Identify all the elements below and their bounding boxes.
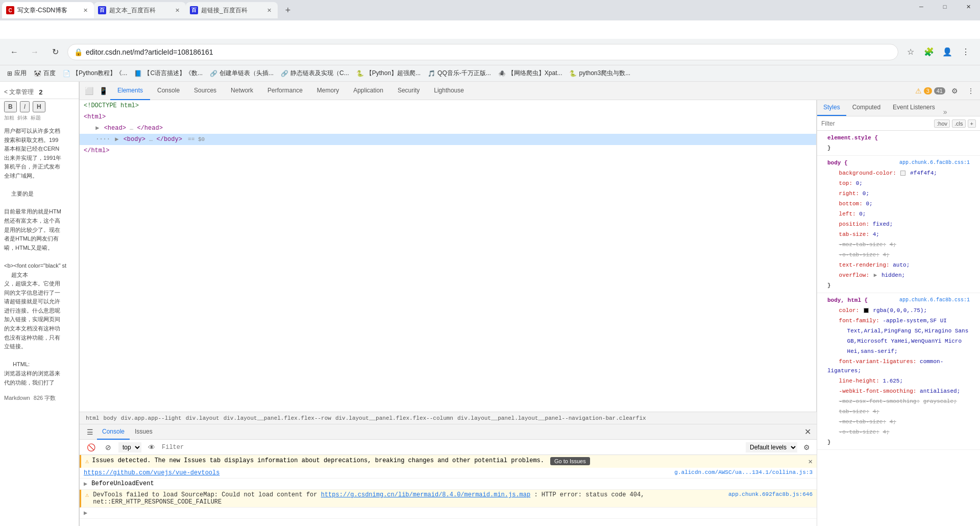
tab-1[interactable]: C 写文章-CSDN博客 ✕ — [2, 2, 94, 18]
breadcrumb-html[interactable]: html — [84, 415, 101, 421]
styles-tab-event-listeners[interactable]: Event Listeners — [887, 100, 941, 116]
breadcrumb-div4[interactable]: div.layout__panel.flex.flex--column — [333, 415, 455, 421]
expand-arrow-btn[interactable]: ▶ — [84, 509, 87, 517]
forward-button[interactable]: → — [27, 44, 43, 60]
devtools-device-button[interactable]: 📱 — [96, 84, 110, 98]
new-tab-button[interactable]: + — [280, 2, 296, 18]
breadcrumb-div1[interactable]: div.app.app--light — [119, 415, 184, 421]
bookmark-spider[interactable]: 🕷️ 【网络爬虫】Xpat... — [495, 68, 566, 79]
devtools-settings-btn[interactable]: ⚙ — [947, 84, 962, 98]
tab-lighthouse[interactable]: Lighthouse — [427, 82, 471, 100]
styles-filter-input[interactable] — [821, 120, 931, 127]
console-sidebar-btn[interactable]: ☰ — [83, 425, 97, 439]
console-settings-btn[interactable]: ⚙ — [800, 441, 813, 453]
breadcrumb-div2[interactable]: div.layout — [184, 415, 222, 421]
console-tab-issues[interactable]: Issues — [130, 424, 158, 440]
o-tabsize-prop: -o-tab-size: — [839, 252, 879, 258]
body-expand[interactable]: ▶ — [115, 136, 118, 143]
tab-performance[interactable]: Performance — [260, 82, 310, 100]
url-bar[interactable]: 🔒 editor.csdn.net/md?articleId=108186161 — [67, 44, 898, 60]
bookmark-qq[interactable]: 🎵 QQ音乐-千万正版... — [425, 68, 494, 79]
tab-3[interactable]: 百 超链接_百度百科 ✕ — [186, 2, 278, 18]
bookmark-link1[interactable]: 🔗 创建单链表（头插... — [207, 68, 277, 79]
bookmark-link2[interactable]: 🔗 静态链表及实现（C... — [278, 68, 352, 79]
devtools-inspect-button[interactable]: ⬜ — [82, 84, 96, 98]
console-level-select[interactable]: Default levels Verbose Info Warnings Err… — [746, 442, 797, 452]
bookmark-python2[interactable]: 🐍 【Python】超强爬... — [353, 68, 424, 79]
moz-tabsize-line: -moz-tab-size: 4; — [821, 240, 976, 250]
console-filter-btn[interactable]: ⊘ — [101, 440, 115, 455]
cls-button[interactable]: .cls — [952, 119, 966, 128]
console-context-select[interactable]: top — [118, 442, 141, 452]
body-html-origin[interactable]: app.chunk.6.fac8b.css:1 — [899, 296, 970, 305]
html-line-head: ▶ <head> … </head> — [80, 123, 816, 134]
source-map-link[interactable]: https://g.csdnimg.cn/lib/mermaid/8.4.0/m… — [321, 491, 530, 498]
overflow-expand[interactable]: ▶ — [874, 272, 877, 278]
tab-network[interactable]: Network — [224, 82, 260, 100]
styles-tab-styles[interactable]: Styles — [817, 100, 846, 116]
tab-3-close[interactable]: ✕ — [264, 6, 274, 15]
tab-memory[interactable]: Memory — [310, 82, 346, 100]
tab-console[interactable]: Console — [150, 82, 187, 100]
back-button[interactable]: ← — [6, 44, 22, 60]
breadcrumb-body[interactable]: body — [101, 415, 118, 421]
maximize-button[interactable]: □ — [933, 0, 957, 13]
color-value: rgba(0,0,0,.75); — [873, 307, 927, 314]
before-unload-line: ▶ BeforeUnloadEvent — [80, 479, 817, 490]
moz-tabsize-prop: -moz-tab-size: — [839, 242, 886, 248]
refresh-button[interactable]: ↻ — [47, 44, 63, 60]
line-height-line: line-height: 1.625; — [821, 376, 976, 386]
close-button[interactable]: ✕ — [957, 0, 980, 13]
tab-2-close[interactable]: ✕ — [173, 6, 182, 15]
baidu-label: 百度 — [43, 69, 56, 78]
body-origin[interactable]: app.chunk.6.fac8b.css:1 — [899, 158, 970, 168]
bookmark-baidu[interactable]: 🐼 百度 — [31, 68, 59, 79]
tab-1-close[interactable]: ✕ — [81, 6, 90, 15]
star-button[interactable]: ☆ — [902, 44, 919, 60]
bookmark-python[interactable]: 📄 【Python教程】《... — [60, 68, 130, 79]
head-expand[interactable]: ▶ — [95, 125, 99, 132]
html-line-body[interactable]: ···· ▶ <body> … </body> == $0 — [80, 134, 816, 145]
breadcrumb-div3[interactable]: div.layout__panel.flex.flex--row — [222, 415, 333, 421]
styles-tab-computed[interactable]: Computed — [846, 100, 887, 116]
tab-application[interactable]: Application — [346, 82, 390, 100]
bookmark-python3[interactable]: 🐍 python3爬虫与数... — [566, 68, 633, 79]
tabsize-line: tab-size: 4; — [821, 229, 976, 240]
right-value: 0; — [863, 190, 869, 197]
bottom-line: bottom: 0; — [821, 199, 976, 209]
close-brace-2: } — [827, 282, 831, 289]
heading-button[interactable]: H — [33, 101, 45, 112]
bg-color-value: #f4f4f4; — [910, 170, 937, 176]
head-close: </head> — [137, 125, 162, 132]
console-tab-console[interactable]: Console — [97, 424, 130, 440]
moz-tabsize2-line: -moz-tab-size: 4; — [821, 417, 976, 427]
hov-button[interactable]: :hov — [934, 119, 950, 128]
console-filter-input[interactable] — [162, 444, 743, 451]
minimize-button[interactable]: ─ — [910, 0, 933, 13]
go-to-issues-button[interactable]: Go to Issues — [550, 457, 590, 465]
bookmark-apps[interactable]: ⊞ 应用 — [4, 68, 30, 79]
bookmark-c[interactable]: 📘 【C语言描述】《数... — [131, 68, 206, 79]
console-close-btn[interactable]: ✕ — [801, 426, 814, 438]
extension-button[interactable]: 🧩 — [921, 44, 937, 60]
tab-security[interactable]: Security — [390, 82, 427, 100]
account-button[interactable]: 👤 — [939, 44, 955, 60]
tab-elements[interactable]: Elements — [110, 82, 150, 100]
italic-button[interactable]: I — [20, 101, 30, 112]
devtools-more-btn[interactable]: ⋮ — [964, 84, 978, 98]
close-warning-btn[interactable]: ✕ — [808, 457, 813, 466]
bold-button[interactable]: B — [4, 101, 17, 112]
console-eye-btn[interactable]: 👁 — [144, 440, 159, 455]
doctype-text: <!DOCTYPE html> — [84, 102, 139, 109]
tab-2[interactable]: 百 超文本_百度百科 ✕ — [94, 2, 186, 18]
add-style-button[interactable]: + — [968, 119, 976, 128]
color-prop: color: — [839, 307, 860, 314]
more-button[interactable]: ⋮ — [958, 44, 974, 60]
before-unload-expand[interactable]: ▶ — [84, 480, 87, 488]
console-clear-btn[interactable]: 🚫 — [84, 440, 98, 455]
tab-sources[interactable]: Sources — [187, 82, 224, 100]
article-nav[interactable]: < 文章管理 2 — [0, 86, 79, 99]
breadcrumb-div5[interactable]: div.layout__panel.layout__panel--navigat… — [455, 415, 648, 421]
styles-tab-more[interactable]: » — [943, 108, 947, 116]
vue-devtools-link[interactable]: https://github.com/vuejs/vue-devtools — [84, 469, 219, 476]
